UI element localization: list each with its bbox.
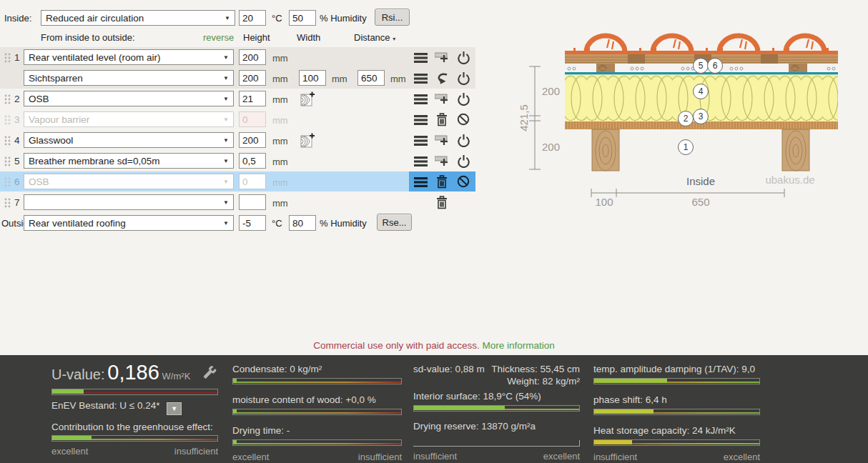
dropdown-caret-icon: ▼ xyxy=(223,199,229,206)
insert-layer-icon[interactable] xyxy=(433,131,450,149)
menu-icon[interactable] xyxy=(412,173,429,191)
scale-left-label: excellent xyxy=(51,446,88,457)
enev-dropdown-button[interactable]: ▼ xyxy=(167,402,182,415)
uvalue-label: U-value: xyxy=(51,367,104,382)
scale-right-label: insufficient xyxy=(174,446,218,457)
drying-reserve-meter xyxy=(413,440,580,447)
beam-material-select[interactable]: Sichtsparren▼ xyxy=(24,70,234,86)
unit-label: mm xyxy=(332,74,347,84)
inside-surface-value: Reduced air circulation xyxy=(46,13,144,24)
unit-label: mm xyxy=(272,115,288,126)
results-footer: U-value: 0,186 W/m²K EnEV Bestand: U ≤ 0… xyxy=(0,355,868,463)
insert-layer-icon[interactable] xyxy=(433,152,450,170)
menu-icon[interactable] xyxy=(412,49,429,66)
rafter xyxy=(782,129,809,171)
inside-temperature-input[interactable] xyxy=(239,10,266,26)
trash-icon[interactable] xyxy=(433,194,450,211)
uvalue-value: 0,186 xyxy=(107,361,159,384)
power-icon[interactable] xyxy=(455,90,472,108)
menu-icon[interactable] xyxy=(412,69,429,87)
left-dimension xyxy=(529,66,541,169)
layer-5-material-select[interactable]: Breather membrane sd=0,05m▼ xyxy=(24,153,234,169)
add-wooden-beams-icon[interactable] xyxy=(299,131,316,149)
layer-4-material-select[interactable]: Glasswool▼ xyxy=(24,132,234,148)
forbidden-icon[interactable] xyxy=(455,111,472,129)
unit-label: mm xyxy=(272,156,288,167)
marker-2: 2 xyxy=(684,114,689,124)
rsi-button[interactable]: Rsi... xyxy=(375,9,410,26)
layer-2-material-select[interactable]: OSB▼ xyxy=(24,91,234,106)
more-information-link[interactable]: More information xyxy=(483,340,555,351)
drying-time-label: Drying time: - xyxy=(232,425,402,436)
layer-7-material-select[interactable]: ▼ xyxy=(24,194,234,210)
menu-icon[interactable] xyxy=(412,152,429,170)
marker-5: 5 xyxy=(699,61,704,71)
thickness-label: Thickness: 55,45 cm xyxy=(491,364,580,374)
outside-humidity-input[interactable] xyxy=(289,215,316,231)
trash-icon[interactable] xyxy=(433,173,450,191)
wrench-icon[interactable] xyxy=(201,365,218,384)
insert-layer-icon[interactable] xyxy=(433,49,450,66)
drag-handle-icon[interactable] xyxy=(4,136,11,145)
menu-icon[interactable] xyxy=(412,111,429,129)
drag-handle-icon[interactable] xyxy=(4,198,11,207)
dropdown-caret-icon: ▼ xyxy=(223,54,229,61)
dropdown-caret-icon: ▼ xyxy=(223,220,229,226)
outside-surface-value: Rear ventilated roofing xyxy=(29,218,126,229)
insert-layer-icon[interactable] xyxy=(433,90,450,108)
layer-5-thickness-input[interactable] xyxy=(239,153,266,169)
layer-7-thickness-input[interactable] xyxy=(239,194,266,210)
menu-icon[interactable] xyxy=(412,90,429,108)
power-icon[interactable] xyxy=(455,152,472,170)
power-icon[interactable] xyxy=(455,49,472,66)
beam-distance-input[interactable] xyxy=(357,70,385,86)
surface-column: sd-value: 0,88 m Thickness: 55,45 cm Wei… xyxy=(413,364,580,462)
inside-humidity-label: % Humidity xyxy=(320,13,367,24)
interior-surface-meter xyxy=(413,405,580,412)
dim-bottom-left: 100 xyxy=(595,196,613,208)
layer-1-material-select[interactable]: Rear ventilated level (room air)▼ xyxy=(24,49,234,65)
rse-button[interactable]: Rse... xyxy=(377,214,412,231)
inside-humidity-input[interactable] xyxy=(289,10,316,26)
condensate-label: Condensate: 0 kg/m² xyxy=(232,364,402,374)
unit-label: mm xyxy=(272,94,288,105)
layer-row-7: 7 ▼ mm xyxy=(0,192,475,213)
restore-layer-icon[interactable] xyxy=(433,69,450,87)
condensate-meter xyxy=(232,378,402,384)
layer-row-1: 1 Rear ventilated level (room air)▼ mm xyxy=(0,47,475,68)
beam-height-input[interactable] xyxy=(239,70,266,86)
layer-2-thickness-input[interactable] xyxy=(239,91,266,106)
beam-width-input[interactable] xyxy=(299,70,326,86)
dropdown-caret-icon: ▼ xyxy=(223,158,229,164)
add-wooden-beams-icon[interactable] xyxy=(299,90,316,108)
menu-icon[interactable] xyxy=(412,131,429,149)
layer-3-thickness-input xyxy=(239,111,266,127)
unit-label: mm xyxy=(272,177,288,188)
outside-surface-select[interactable]: Rear ventilated roofing ▼ xyxy=(24,215,234,231)
drag-handle-icon[interactable] xyxy=(4,115,11,124)
inside-surface-select[interactable]: Reduced air circulation ▼ xyxy=(41,10,235,26)
uvalue-unit: W/m²K xyxy=(162,371,191,382)
drag-handle-icon[interactable] xyxy=(4,177,11,186)
phase-shift-meter xyxy=(593,409,760,415)
drag-handle-icon[interactable] xyxy=(4,94,11,104)
uvalue-column: U-value: 0,186 W/m²K EnEV Bestand: U ≤ 0… xyxy=(51,361,218,457)
forbidden-icon[interactable] xyxy=(455,173,472,191)
layer-row-5: 5 Breather membrane sd=0,05m▼ mm xyxy=(0,151,475,171)
drag-handle-icon[interactable] xyxy=(4,156,11,166)
distance-column-header[interactable]: Distance ▾ xyxy=(354,32,395,43)
layer-4-thickness-input[interactable] xyxy=(239,132,266,148)
reverse-link[interactable]: reverse xyxy=(203,32,234,43)
layer-1-thickness-input[interactable] xyxy=(239,49,266,65)
drag-handle-icon[interactable] xyxy=(4,53,11,62)
dim-left-bottom: 200 xyxy=(542,141,560,153)
moisture-label: moisture content of wood: +0,0 % xyxy=(232,394,402,405)
commercial-notice-text: Commercial use only with paid access. xyxy=(313,340,480,351)
power-icon[interactable] xyxy=(455,69,472,87)
moisture-meter xyxy=(232,409,402,415)
trash-icon[interactable] xyxy=(433,111,450,129)
interior-surface-label: Interior surface: 18,9°C (54%) xyxy=(413,391,580,402)
outside-temperature-input[interactable] xyxy=(239,215,266,231)
unit-label: mm xyxy=(272,198,288,209)
power-icon[interactable] xyxy=(455,131,472,149)
